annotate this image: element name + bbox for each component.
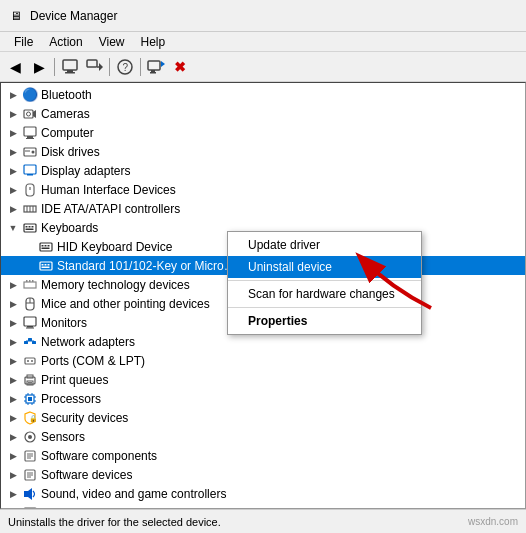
tree-item-software-dev[interactable]: ▶ Software devices — [1, 465, 525, 484]
computer-icon-btn[interactable] — [59, 56, 81, 78]
svg-rect-31 — [29, 226, 31, 228]
forward-button[interactable]: ▶ — [28, 56, 50, 78]
toggle-monitors[interactable]: ▶ — [5, 315, 21, 331]
tree-item-print[interactable]: ▶ Print queues — [1, 370, 525, 389]
icon-software-comp — [22, 448, 38, 464]
label-bluetooth: Bluetooth — [41, 88, 92, 102]
app-icon: 🖥 — [8, 8, 24, 24]
label-monitors: Monitors — [41, 316, 87, 330]
svg-rect-30 — [26, 226, 28, 228]
icon-memory — [22, 277, 38, 293]
tree-item-software-comp[interactable]: ▶ Software components — [1, 446, 525, 465]
label-ports: Ports (COM & LPT) — [41, 354, 145, 368]
icon-standard-keyboard — [38, 258, 54, 274]
icon-disk — [22, 144, 38, 160]
tree-item-bluetooth[interactable]: ▶ 🔵 Bluetooth — [1, 85, 525, 104]
tree-item-sound[interactable]: ▶ Sound, video and game controllers — [1, 484, 525, 503]
icon-keyboards — [22, 220, 38, 236]
svg-point-19 — [32, 150, 35, 153]
icon-cameras — [22, 106, 38, 122]
toggle-network[interactable]: ▶ — [5, 334, 21, 350]
toggle-sound[interactable]: ▶ — [5, 486, 21, 502]
label-hid: Human Interface Devices — [41, 183, 176, 197]
toggle-cameras[interactable]: ▶ — [5, 106, 21, 122]
toggle-security[interactable]: ▶ — [5, 410, 21, 426]
svg-rect-22 — [27, 174, 33, 176]
svg-rect-60 — [25, 358, 35, 364]
toggle-ide[interactable]: ▶ — [5, 201, 21, 217]
label-keyboards: Keyboards — [41, 221, 98, 235]
menu-view[interactable]: View — [91, 33, 133, 51]
icon-security: 🔒 — [22, 410, 38, 426]
label-sound: Sound, video and game controllers — [41, 487, 226, 501]
context-properties[interactable]: Properties — [228, 310, 421, 332]
toggle-mice[interactable]: ▶ — [5, 296, 21, 312]
tree-item-ports[interactable]: ▶ Ports (COM & LPT) — [1, 351, 525, 370]
svg-text:🔒: 🔒 — [29, 414, 38, 423]
tree-item-processors[interactable]: ▶ Processors — [1, 389, 525, 408]
toggle-print[interactable]: ▶ — [5, 372, 21, 388]
toggle-keyboards[interactable]: ▼ — [5, 220, 21, 236]
tree-item-cameras[interactable]: ▶ Cameras — [1, 104, 525, 123]
menu-action[interactable]: Action — [41, 33, 90, 51]
back-button[interactable]: ◀ — [4, 56, 26, 78]
tree-item-hid[interactable]: ▶ Human Interface Devices — [1, 180, 525, 199]
toggle-processors[interactable]: ▶ — [5, 391, 21, 407]
uninstall-btn[interactable]: ✖ — [169, 56, 191, 78]
context-sep-2 — [228, 307, 421, 308]
svg-text:?: ? — [123, 62, 129, 73]
tree-item-sensors[interactable]: ▶ Sensors — [1, 427, 525, 446]
svg-rect-12 — [24, 110, 33, 118]
tree-item-computer[interactable]: ▶ Computer — [1, 123, 525, 142]
toggle-hid[interactable]: ▶ — [5, 182, 21, 198]
toggle-display[interactable]: ▶ — [5, 163, 21, 179]
window-title: Device Manager — [30, 9, 117, 23]
toggle-software-dev[interactable]: ▶ — [5, 467, 21, 483]
svg-rect-42 — [48, 264, 50, 266]
svg-rect-53 — [26, 327, 34, 328]
tree-item-storage[interactable]: ▶ Storage controllers — [1, 503, 525, 509]
svg-rect-17 — [26, 138, 34, 139]
svg-rect-15 — [24, 127, 36, 136]
svg-rect-35 — [42, 245, 44, 247]
toggle-ports[interactable]: ▶ — [5, 353, 21, 369]
svg-rect-0 — [63, 60, 77, 70]
device-tree-panel: ▶ 🔵 Bluetooth ▶ Cameras ▶ Computer ▶ — [0, 82, 526, 509]
toggle-disk[interactable]: ▶ — [5, 144, 21, 160]
scan-hardware-btn[interactable] — [145, 56, 167, 78]
menu-help[interactable]: Help — [133, 33, 174, 51]
icon-hid-keyboard — [38, 239, 54, 255]
toggle-bluetooth[interactable]: ▶ — [5, 87, 21, 103]
toggle-software-comp[interactable]: ▶ — [5, 448, 21, 464]
label-storage: Storage controllers — [41, 506, 142, 510]
icon-ports — [22, 353, 38, 369]
help-icon-btn[interactable]: ? — [114, 56, 136, 78]
context-scan-hardware[interactable]: Scan for hardware changes — [228, 283, 421, 305]
icon-print — [22, 372, 38, 388]
context-update-driver[interactable]: Update driver — [228, 234, 421, 256]
icon-network — [22, 334, 38, 350]
tree-item-disk[interactable]: ▶ Disk drives — [1, 142, 525, 161]
update-driver-icon-btn[interactable] — [83, 56, 105, 78]
toggle-computer[interactable]: ▶ — [5, 125, 21, 141]
toggle-sensors[interactable]: ▶ — [5, 429, 21, 445]
svg-rect-32 — [32, 226, 34, 228]
tree-item-display[interactable]: ▶ Display adapters — [1, 161, 525, 180]
svg-rect-36 — [45, 245, 47, 247]
toggle-storage[interactable]: ▶ — [5, 505, 21, 510]
icon-bluetooth: 🔵 — [22, 87, 38, 103]
menu-file[interactable]: File — [6, 33, 41, 51]
toggle-memory[interactable]: ▶ — [5, 277, 21, 293]
label-mice: Mice and other pointing devices — [41, 297, 210, 311]
svg-rect-91 — [24, 508, 36, 510]
svg-point-80 — [28, 435, 32, 439]
context-uninstall-device[interactable]: Uninstall device — [228, 256, 421, 278]
svg-rect-43 — [42, 266, 50, 268]
svg-rect-33 — [26, 228, 34, 230]
context-menu: Update driver Uninstall device Scan for … — [227, 231, 422, 335]
svg-rect-40 — [42, 264, 44, 266]
tree-item-security[interactable]: ▶ 🔒 Security devices — [1, 408, 525, 427]
label-display: Display adapters — [41, 164, 130, 178]
svg-marker-90 — [28, 488, 32, 500]
tree-item-ide[interactable]: ▶ IDE ATA/ATAPI controllers — [1, 199, 525, 218]
